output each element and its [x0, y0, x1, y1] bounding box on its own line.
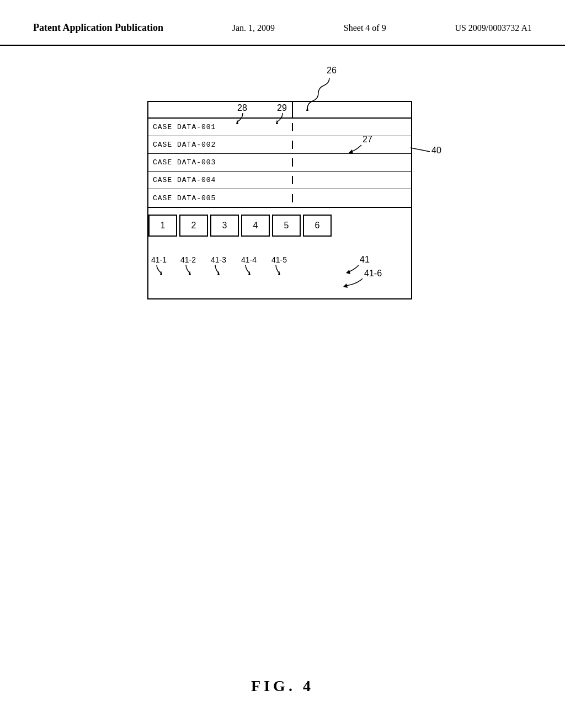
figure-caption: FIG. 4: [0, 677, 565, 695]
svg-marker-8: [189, 271, 191, 275]
svg-line-1: [411, 148, 430, 152]
case-data-004: CASE DATA-004: [148, 176, 293, 184]
case-data-001: CASE DATA-001: [148, 123, 293, 131]
tab-button-4[interactable]: 4: [241, 215, 270, 237]
diagram-wrapper: 26 40 28 29 27 41 41-6 41-1 41-2: [89, 46, 476, 355]
tab-button-3[interactable]: 3: [210, 215, 239, 237]
tab-button-5[interactable]: 5: [272, 215, 301, 237]
svg-marker-5: [346, 270, 350, 274]
svg-marker-10: [248, 271, 250, 275]
table-row: CASE DATA-004: [148, 172, 411, 189]
table-row: CASE DATA-003: [148, 154, 411, 172]
ref-41-5-label: 41-5: [271, 255, 287, 264]
publication-date: Jan. 1, 2009: [232, 23, 275, 33]
column-28: [148, 102, 293, 117]
table-row: CASE DATA-002: [148, 136, 411, 154]
ref-41-6-label: 41-6: [364, 269, 382, 278]
tab-button-2[interactable]: 2: [179, 215, 208, 237]
ref-41-1-label: 41-1: [151, 255, 167, 264]
svg-marker-6: [343, 283, 348, 288]
tabs-row: 1 2 3 4 5 6: [147, 212, 412, 239]
ref-40-label: 40: [431, 146, 441, 155]
ref-41-3-label: 41-3: [211, 255, 226, 264]
svg-marker-11: [278, 271, 280, 275]
table-row: CASE DATA-001: [148, 119, 411, 136]
patent-number: US 2009/0003732 A1: [455, 23, 532, 33]
ref-26-label: 26: [327, 66, 337, 75]
inner-table: CASE DATA-001 CASE DATA-002 CASE DATA-00…: [147, 101, 412, 208]
page-header: Patent Application Publication Jan. 1, 2…: [0, 0, 565, 46]
tab-button-6[interactable]: 6: [303, 215, 332, 237]
ref-41-label: 41: [360, 255, 370, 264]
sheet-info: Sheet 4 of 9: [344, 23, 386, 33]
ref-41-4-label: 41-4: [241, 255, 257, 264]
publication-title: Patent Application Publication: [33, 22, 163, 34]
table-row: CASE DATA-005: [148, 189, 411, 207]
ref-41-2-label: 41-2: [180, 255, 196, 264]
svg-marker-9: [217, 271, 220, 275]
case-data-005: CASE DATA-005: [148, 194, 293, 202]
outer-box: CASE DATA-001 CASE DATA-002 CASE DATA-00…: [147, 101, 412, 239]
table-header-row: [148, 102, 411, 119]
case-data-003: CASE DATA-003: [148, 158, 293, 167]
case-data-002: CASE DATA-002: [148, 141, 293, 149]
tab-button-1[interactable]: 1: [148, 215, 177, 237]
column-29: [293, 102, 411, 117]
svg-marker-7: [160, 271, 162, 275]
